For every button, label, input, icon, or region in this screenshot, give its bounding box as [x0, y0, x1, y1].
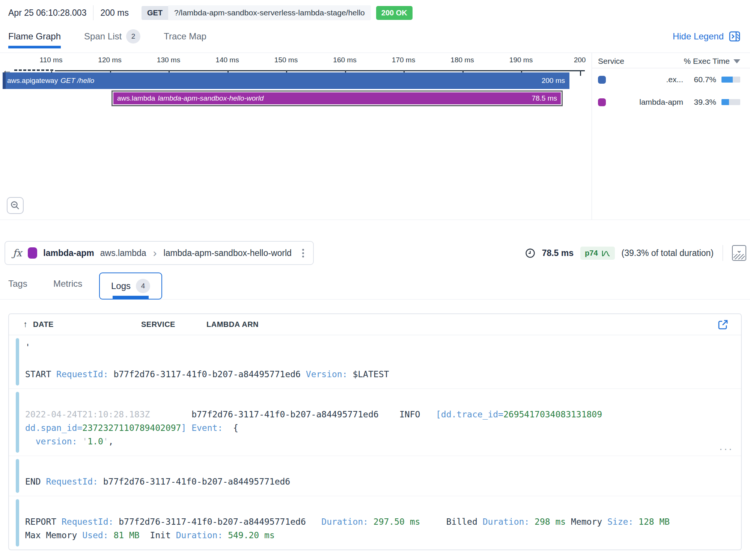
ruler-tick-label: 180 ms — [450, 56, 474, 64]
log-line — [25, 354, 718, 367]
log-line: START RequestId: b77f2d76-3117-41f0-b207… — [25, 367, 718, 381]
span-detail-metrics: 78.5 ms p74 (39.3% of total duration) ⌄ — [525, 241, 746, 265]
distribution-curve-icon — [601, 250, 610, 257]
log-line — [25, 501, 718, 515]
collapse-panel-button[interactable]: ⌄ — [732, 245, 746, 261]
service-color-swatch — [598, 76, 606, 84]
ruler-tick — [580, 71, 581, 76]
ruler-tick-label: 140 ms — [215, 56, 239, 64]
log-row[interactable]: REPORT RequestId: b77f2d76-3117-41f0-b20… — [9, 496, 741, 549]
span-detail-tabs: Tags Metrics Logs 4 — [0, 269, 750, 300]
breadcrumb-chevron-icon: › — [153, 249, 157, 257]
log-line: REPORT RequestId: b77f2d76-3117-41f0-b20… — [25, 515, 718, 528]
ruler-tick-label: 130 ms — [157, 56, 180, 64]
legend-service-column: Service — [598, 57, 624, 66]
open-in-log-explorer-button[interactable] — [717, 319, 729, 331]
tab-logs-label: Logs — [111, 281, 131, 291]
request-url: ?/lambda-apm-sandbox-serverless-lambda-s… — [168, 5, 371, 20]
log-row[interactable]: END RequestId: b77f2d76-3117-41f0-b207-a… — [9, 456, 741, 496]
column-date[interactable]: DATE — [33, 320, 54, 329]
span-resource: GET /hello — [60, 77, 94, 85]
tab-trace-map-label: Trace Map — [164, 31, 206, 42]
chevron-down-icon: ⌄ — [733, 247, 745, 254]
flame-graph-panel: ← 110 ms120 ms130 ms140 ms150 ms160 ms17… — [0, 53, 592, 220]
tab-logs[interactable]: Logs 4 — [99, 272, 162, 300]
percentile-badge[interactable]: p74 — [580, 247, 614, 260]
legend-rows: .ex... 60.7% lambda-apm 39.3% — [592, 68, 750, 113]
legend-service-name: .ex... — [606, 75, 683, 84]
tab-trace-map[interactable]: Trace Map — [164, 31, 206, 48]
log-line: Max Memory Used: 81 MB Init Duration: 54… — [25, 528, 718, 542]
span-resource: lambda-apm-sandbox-hello-world — [164, 248, 292, 258]
flame-span-aws.apigateway[interactable]: aws.apigateway GET /hello 200 ms — [3, 72, 569, 89]
span-duration-share: (39.3% of total duration) — [622, 248, 714, 258]
log-row[interactable]: ' START RequestId: b77f2d76-3117-41f0-b2… — [9, 335, 741, 388]
logs-table-header: ↑ DATE SERVICE LAMBDA ARN — [9, 314, 741, 335]
span-service: aws.apigateway — [7, 77, 58, 85]
logs-rows: ' START RequestId: b77f2d76-3117-41f0-b2… — [9, 335, 741, 549]
log-line: version: '1.0', — [25, 435, 718, 448]
exec-time-bar — [721, 77, 740, 83]
hide-legend-label: Hide Legend — [673, 31, 724, 42]
ruler-tick-label: 160 ms — [333, 56, 356, 64]
legend-header: Service % Exec Time — [592, 54, 750, 68]
clock-icon — [525, 248, 535, 258]
span-resource: lambda-apm-sandbox-hello-world — [158, 94, 264, 102]
hide-legend-icon — [729, 31, 740, 42]
span-detail-header: ƒx lambda-apm aws.lambda › lambda-apm-sa… — [0, 241, 750, 266]
tab-tags[interactable]: Tags — [8, 278, 27, 289]
span-count-badge: 2 — [126, 29, 140, 44]
sort-caret-icon — [733, 59, 740, 63]
column-lambda-arn: LAMBDA ARN — [206, 320, 259, 329]
legend-row-lambda-apm[interactable]: lambda-apm 39.3% — [592, 91, 750, 113]
zoom-out-button[interactable] — [7, 197, 24, 214]
lambda-function-icon: ƒx — [13, 247, 22, 259]
http-method-badge: GET — [142, 6, 168, 20]
ruler-tick-label: 190 ms — [509, 56, 533, 64]
log-line: dd.span_id=2372327110789402097] Event: { — [25, 421, 718, 435]
legend-exec-time-sort[interactable]: % Exec Time — [684, 57, 740, 66]
log-row[interactable]: 2022-04-24T21:10:28.183Z b77f2d76-3117-4… — [9, 388, 741, 456]
truncated-content-indicator: ... — [718, 443, 733, 452]
tab-flame-graph[interactable]: Flame Graph — [8, 31, 61, 48]
legend-row-ex[interactable]: .ex... 60.7% — [592, 68, 750, 91]
flame-section-border — [0, 220, 750, 220]
ruler-tick-label: 200 — [574, 56, 586, 64]
log-line: ' — [25, 340, 718, 354]
flame-span-aws.lambda[interactable]: aws.lambda lambda-apm-sandbox-hello-worl… — [111, 90, 563, 106]
header-divider — [93, 5, 93, 20]
trace-duration: 200 ms — [100, 8, 128, 18]
tab-span-list[interactable]: Span List 2 — [84, 29, 140, 50]
tab-flame-graph-label: Flame Graph — [8, 31, 61, 42]
log-line: 2022-04-24T21:10:28.183Z b77f2d76-3117-4… — [25, 408, 718, 421]
ruler-tick-label: 110 ms — [40, 56, 63, 64]
legend-service-name: lambda-apm — [606, 98, 683, 107]
span-duration: 200 ms — [542, 77, 565, 85]
status-badge: 200 OK — [376, 6, 413, 20]
hide-legend-button[interactable]: Hide Legend — [673, 31, 740, 42]
trace-timestamp: Apr 25 06:10:28.003 — [8, 8, 86, 18]
span-options-menu-button[interactable] — [301, 247, 306, 259]
ruler-tick-label: 120 ms — [98, 56, 121, 64]
span-duration: 78.5 ms — [542, 248, 574, 258]
legend-exec-percent: 39.3% — [691, 98, 716, 107]
time-ruler — [55, 70, 585, 71]
span-duration: 78.5 ms — [532, 94, 557, 102]
external-link-icon — [717, 319, 729, 331]
zoom-out-icon — [10, 200, 20, 211]
trace-header: Apr 25 06:10:28.003 200 ms GET ?/lambda-… — [8, 5, 742, 21]
log-line — [25, 461, 718, 475]
logs-table: ↑ DATE SERVICE LAMBDA ARN ' START Reques… — [8, 313, 742, 550]
exec-time-bar — [721, 99, 740, 105]
service-name: lambda-apm — [43, 248, 94, 258]
sort-ascending-icon: ↑ — [23, 319, 27, 329]
legend-exec-percent: 60.7% — [691, 75, 716, 84]
span-service: aws.lambda — [117, 94, 155, 102]
column-service: SERVICE — [141, 320, 175, 329]
ruler-tick-label: 170 ms — [392, 56, 415, 64]
legend-panel: Service % Exec Time .ex... 60.7% lambda-… — [592, 53, 750, 220]
logs-count-badge: 4 — [136, 279, 150, 293]
service-color-swatch — [28, 247, 37, 259]
trace-tabs: Flame Graph Span List 2 Trace Map — [8, 29, 206, 50]
tab-metrics[interactable]: Metrics — [53, 278, 82, 289]
